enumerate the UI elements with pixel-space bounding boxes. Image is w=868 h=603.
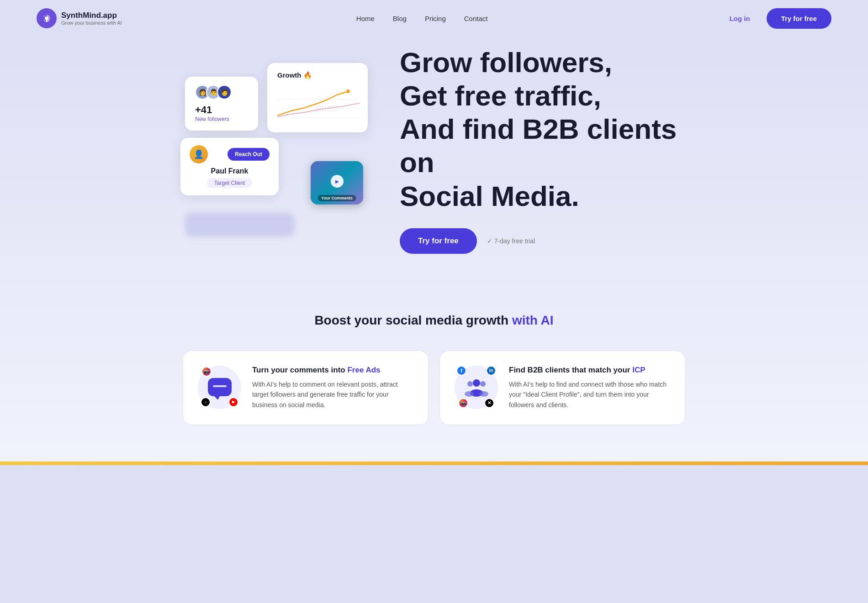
svg-point-9 xyxy=(473,379,480,387)
instagram-badge: 📷 xyxy=(201,367,212,377)
hero-section: Growth 🔥 👩 👨 xyxy=(0,37,868,281)
hero-cta: Try for free ✓ 7-day free trial xyxy=(400,228,692,254)
svg-point-6 xyxy=(346,89,350,93)
x-badge: ✕ xyxy=(484,398,494,408)
nav-contact[interactable]: Contact xyxy=(464,15,488,22)
feature-desc-b2b: With AI's help to find and connect with … xyxy=(509,379,670,410)
followers-label: New followers xyxy=(195,116,248,122)
reach-out-button[interactable]: Reach Out xyxy=(228,148,270,161)
svg-point-14 xyxy=(479,391,488,397)
followers-count: +41 xyxy=(195,104,248,116)
bottom-bar xyxy=(0,461,868,465)
hero-text: Grow followers, Get free traffic, And fi… xyxy=(400,46,692,254)
people-icon xyxy=(465,378,488,397)
avatar-group: 👩 👨 🧑 xyxy=(195,85,248,100)
features-section: Boost your social media growth with AI 📷… xyxy=(0,281,868,461)
logo-icon xyxy=(37,8,57,28)
feature-icon-comments: 📷 ▶ ♪ xyxy=(198,366,241,409)
target-badge: Target Client xyxy=(207,178,252,188)
logo-tagline: Grow your business with AI xyxy=(61,20,122,26)
paul-avatar: 👤 xyxy=(190,145,208,163)
logo-area: SynthMind.app Grow your business with AI xyxy=(37,8,122,28)
youtube-badge: ▶ xyxy=(228,397,238,407)
logo-name: SynthMind.app xyxy=(61,11,122,20)
growth-chart xyxy=(277,86,360,122)
followers-card: 👩 👨 🧑 +41 New followers xyxy=(185,77,258,131)
hero-try-button[interactable]: Try for free xyxy=(400,228,477,254)
nav-home[interactable]: Home xyxy=(356,15,375,22)
features-title: Boost your social media growth with AI xyxy=(37,313,831,328)
growth-card-title: Growth 🔥 xyxy=(277,71,358,79)
nav-blog[interactable]: Blog xyxy=(393,15,407,22)
feature-desc-comments: With AI's help to comment on relevant po… xyxy=(252,379,413,410)
svg-point-1 xyxy=(45,17,46,18)
facebook-badge: f xyxy=(456,366,466,376)
logo-text: SynthMind.app Grow your business with AI xyxy=(61,11,122,26)
feature-content-b2b: Find B2B clients that match your ICP Wit… xyxy=(509,366,670,410)
linkedin-badge: in xyxy=(486,366,496,376)
nav-pricing[interactable]: Pricing xyxy=(425,15,446,22)
svg-point-13 xyxy=(465,391,474,397)
blur-card xyxy=(185,213,295,236)
feature-content-comments: Turn your comments into Free Ads With AI… xyxy=(252,366,413,410)
hero-visual: Growth 🔥 👩 👨 xyxy=(176,54,372,246)
play-button[interactable]: ▶ xyxy=(331,175,344,188)
instagram-badge-2: 📷 xyxy=(458,398,468,408)
brain-icon xyxy=(41,12,53,24)
video-card: ▶ Your Comments xyxy=(311,161,363,204)
feature-card-comments: 📷 ▶ ♪ Turn your comments into Free Ads W… xyxy=(183,351,429,425)
svg-point-11 xyxy=(480,381,486,387)
tiktok-badge: ♪ xyxy=(201,397,211,407)
nav-links: Home Blog Pricing Contact xyxy=(356,15,488,22)
nav-right: Log in Try for free xyxy=(722,8,831,29)
features-grid: 📷 ▶ ♪ Turn your comments into Free Ads W… xyxy=(183,351,685,425)
feature-title-b2b: Find B2B clients that match your ICP xyxy=(509,366,670,375)
feature-icon-b2b: f in ✕ 📷 xyxy=(455,366,498,409)
hero-headline: Grow followers, Get free traffic, And fi… xyxy=(400,46,692,213)
trial-text: ✓ 7-day free trial xyxy=(487,237,535,245)
avatar-3: 🧑 xyxy=(217,85,232,100)
paul-card: 👤 Reach Out Paul Frank Target Client xyxy=(180,138,279,195)
login-button[interactable]: Log in xyxy=(722,11,757,26)
feature-card-b2b: f in ✕ 📷 Find B2B clients that match you… xyxy=(439,351,685,425)
svg-point-10 xyxy=(467,381,473,387)
nav-try-button[interactable]: Try for free xyxy=(767,8,831,29)
paul-name: Paul Frank xyxy=(190,167,270,175)
your-comments-label: Your Comments xyxy=(318,195,356,201)
navbar: SynthMind.app Grow your business with AI… xyxy=(0,0,868,37)
feature-title-comments: Turn your comments into Free Ads xyxy=(252,366,413,375)
growth-card: Growth 🔥 xyxy=(267,63,368,132)
